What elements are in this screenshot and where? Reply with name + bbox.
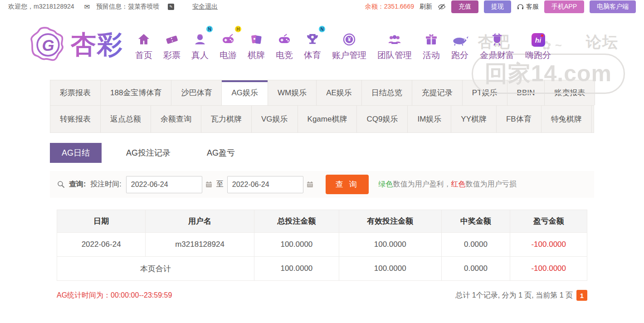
nav-item-chess[interactable]: 棋牌 bbox=[242, 29, 270, 61]
balance-value: 2351.6669 bbox=[384, 3, 414, 10]
nav-item-jinding[interactable]: 金鼎财富 bbox=[474, 29, 520, 61]
header: 杏吧 ~✿~ 论坛 回家14.com G 杏彩 首页 bbox=[0, 14, 644, 76]
withdraw-button[interactable]: 提现 bbox=[484, 0, 511, 13]
pc-client-button[interactable]: 电脑客户端 bbox=[590, 0, 636, 13]
envelope-icon[interactable]: ✉ bbox=[84, 3, 90, 11]
date-to-input[interactable] bbox=[227, 176, 303, 193]
tab-zhuanzhang-baobiao[interactable]: 转账报表 bbox=[50, 106, 101, 132]
nav-label: 嗨跑分 bbox=[525, 49, 551, 61]
nav-item-lottery[interactable]: 彩票 bbox=[158, 29, 186, 61]
tab-rijie-zonglan[interactable]: 日结总览 bbox=[362, 80, 412, 105]
watermark-right-text: 论坛 bbox=[586, 32, 619, 53]
tab-vg-yule[interactable]: VG娱乐 bbox=[252, 106, 298, 132]
tab-ag-yule[interactable]: AG娱乐 bbox=[222, 80, 268, 105]
tab-im-yule[interactable]: IM娱乐 bbox=[408, 106, 451, 132]
nav-item-home[interactable]: 首页 bbox=[130, 29, 158, 61]
nav-label: 活动 bbox=[423, 49, 440, 61]
pagination: 总计 1个记录, 分为 1 页, 当前第 1 页 1 bbox=[455, 290, 587, 301]
new-badge: N bbox=[318, 25, 326, 33]
tab-yue-chaxun[interactable]: 余额查询 bbox=[151, 106, 201, 132]
nav-item-hipaofen[interactable]: hi 嗨跑分 bbox=[520, 29, 556, 61]
svg-text:¥: ¥ bbox=[348, 36, 351, 43]
nav-label: 首页 bbox=[135, 49, 152, 61]
tab-bbin[interactable]: BBIN bbox=[507, 80, 545, 105]
tab-zhangbian-baobiao[interactable]: 账变报表 bbox=[545, 80, 595, 105]
page-1-button[interactable]: 1 bbox=[576, 290, 587, 301]
summary-profit-loss: -100.0000 bbox=[510, 257, 587, 281]
subtab-ag-yingkui[interactable]: AG盈亏 bbox=[195, 143, 247, 163]
cell-date: 2022-06-24 bbox=[57, 233, 146, 257]
nav-item-activity[interactable]: 活动 bbox=[417, 29, 445, 61]
report-table-wrap: 日期 用户名 总投注金额 有效投注金额 中奖金额 盈亏金额 2022-06-24… bbox=[57, 210, 587, 281]
nav-label: 金鼎财富 bbox=[480, 49, 514, 61]
live-dealer-icon: N bbox=[193, 29, 207, 47]
tab-wali-qipai[interactable]: 瓦力棋牌 bbox=[201, 106, 252, 132]
tab-shaba-sports[interactable]: 沙巴体育 bbox=[171, 80, 222, 105]
nav-item-live[interactable]: N 真人 bbox=[186, 29, 214, 61]
report-table: 日期 用户名 总投注金额 有效投注金额 中奖金额 盈亏金额 2022-06-24… bbox=[57, 210, 587, 281]
customer-service-link[interactable]: 客服 bbox=[517, 3, 539, 11]
table-row: 2022-06-24 m3218128924 100.0000 100.0000… bbox=[57, 233, 587, 257]
reserved-info-text: 预留信息：菠菜香喷喷 bbox=[96, 3, 160, 11]
nav-label: 彩票 bbox=[163, 49, 181, 61]
subtab-ag-rijie[interactable]: AG日结 bbox=[50, 143, 102, 163]
tab-chongti-jilu[interactable]: 充提记录 bbox=[412, 80, 463, 105]
logout-link[interactable]: 安全退出 bbox=[192, 3, 218, 11]
nav-item-sports[interactable]: N 体育 bbox=[298, 29, 327, 61]
tab-yy-qipai[interactable]: YY棋牌 bbox=[451, 106, 497, 132]
tab-ae-yule[interactable]: AE娱乐 bbox=[317, 80, 362, 105]
nav-item-egame[interactable]: H 电游 bbox=[214, 29, 242, 61]
query-button[interactable]: 查 询 bbox=[326, 175, 369, 194]
nav-label: 电竞 bbox=[276, 49, 293, 61]
tab-tetu-qipai[interactable]: 特兔棋牌 bbox=[542, 106, 592, 132]
tabrow-filler bbox=[592, 106, 594, 132]
new-badge: N bbox=[205, 25, 214, 33]
ding-vessel-icon bbox=[490, 29, 504, 47]
cell-profit-loss: -100.0000 bbox=[510, 233, 587, 257]
calendar-icon[interactable] bbox=[306, 181, 314, 188]
tab-caipiao-baobiao[interactable]: 彩票报表 bbox=[50, 80, 101, 105]
col-win-amount: 中奖金额 bbox=[441, 210, 510, 233]
tab-pt-yule[interactable]: PT娱乐 bbox=[463, 80, 507, 105]
table-header-row: 日期 用户名 总投注金额 有效投注金额 中奖金额 盈亏金额 bbox=[57, 210, 587, 233]
nav-item-team[interactable]: 团队管理 bbox=[372, 29, 417, 61]
nav-item-esports[interactable]: 电竞 bbox=[270, 29, 298, 61]
brand-name: 杏彩 bbox=[71, 28, 123, 62]
refresh-link[interactable]: 刷新 bbox=[420, 3, 432, 11]
query-label: 查询: bbox=[69, 180, 86, 189]
nav-label: 账户管理 bbox=[332, 49, 366, 61]
ticket-icon bbox=[165, 29, 179, 47]
tab-fandian-zonge[interactable]: 返点总额 bbox=[101, 106, 151, 132]
eye-off-icon[interactable] bbox=[438, 3, 446, 11]
subtab-ag-touzhu-jilu[interactable]: AG投注记录 bbox=[114, 143, 182, 163]
tab-188-sports[interactable]: 188金宝博体育 bbox=[101, 80, 171, 105]
recharge-button[interactable]: 充值 bbox=[451, 0, 478, 13]
edit-icon[interactable]: ✎ bbox=[168, 4, 174, 10]
cell-valid-bet: 100.0000 bbox=[339, 233, 441, 257]
coin-icon: ¥ bbox=[342, 29, 356, 47]
nav-item-paofen[interactable]: 跑分 bbox=[445, 29, 474, 61]
tabrow-1: 彩票报表 188金宝博体育 沙巴体育 AG娱乐 WM娱乐 AE娱乐 日结总览 充… bbox=[50, 80, 594, 106]
tab-fb-tiyu[interactable]: FB体育 bbox=[497, 106, 542, 132]
nav-item-account[interactable]: ¥ 账户管理 bbox=[327, 29, 372, 61]
stat-time-text: AG统计时间为：00:00:00--23:59:59 bbox=[57, 291, 172, 300]
hint-green-text: 数值为用户盈利， bbox=[393, 180, 451, 188]
tab-kgame-qipai[interactable]: Kgame棋牌 bbox=[298, 106, 357, 132]
date-from-input[interactable] bbox=[126, 176, 202, 193]
mobile-app-button[interactable]: 手机APP bbox=[544, 0, 584, 13]
tab-wm-yule[interactable]: WM娱乐 bbox=[268, 80, 317, 105]
calendar-icon[interactable] bbox=[205, 181, 213, 188]
gift-icon bbox=[424, 29, 439, 47]
report-tabstrip: 彩票报表 188金宝博体育 沙巴体育 AG娱乐 WM娱乐 AE娱乐 日结总览 充… bbox=[50, 80, 594, 133]
hint-green-word: 绿色 bbox=[379, 180, 393, 188]
svg-text:G: G bbox=[42, 36, 54, 54]
rhino-icon bbox=[451, 29, 469, 47]
tab-cq9-yule[interactable]: CQ9娱乐 bbox=[357, 106, 408, 132]
headset-icon bbox=[517, 3, 524, 11]
cell-username: m3218128924 bbox=[146, 233, 254, 257]
table-summary-row: 本页合计 100.0000 100.0000 0.0000 -100.0000 bbox=[57, 257, 587, 281]
ag-subtabs: AG日结 AG投注记录 AG盈亏 bbox=[50, 143, 594, 163]
pagination-text: 总计 1个记录, 分为 1 页, 当前第 1 页 bbox=[455, 291, 573, 300]
col-username: 用户名 bbox=[146, 210, 254, 233]
brand-logo[interactable]: G 杏彩 bbox=[28, 25, 123, 65]
